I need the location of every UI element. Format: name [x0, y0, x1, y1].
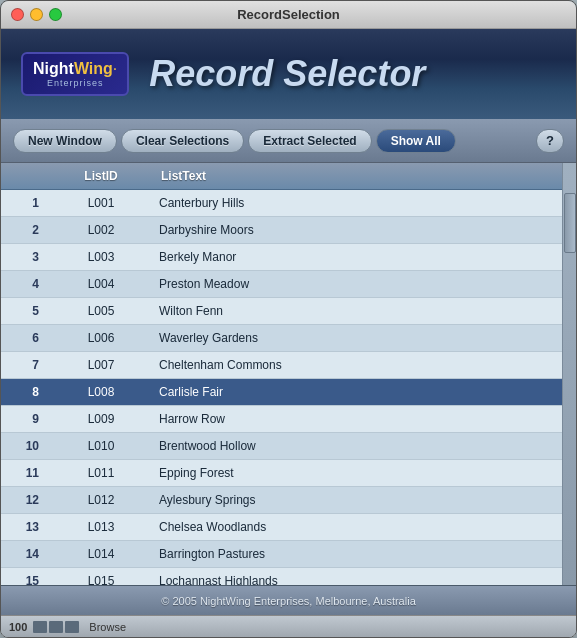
table-row[interactable]: 7L007Cheltenham Commons	[1, 352, 562, 379]
cell-row-num: 13	[1, 514, 51, 540]
table-row[interactable]: 5L005Wilton Fenn	[1, 298, 562, 325]
bottom-bar: 100 Browse	[1, 615, 576, 637]
table-row[interactable]: 2L002Darbyshire Moors	[1, 217, 562, 244]
cell-row-num: 5	[1, 298, 51, 324]
zoom-icon-1	[33, 621, 47, 633]
cell-list-id: L014	[51, 541, 151, 567]
app-window: RecordSelection Night Wing · Enterprises…	[0, 0, 577, 638]
table-row[interactable]: 11L011Epping Forest	[1, 460, 562, 487]
cell-list-text: Cheltenham Commons	[151, 352, 562, 378]
cell-list-id: L008	[51, 379, 151, 405]
table-row[interactable]: 13L013Chelsea Woodlands	[1, 514, 562, 541]
cell-list-text: Wilton Fenn	[151, 298, 562, 324]
table-row[interactable]: 15L015Lochannast Highlands	[1, 568, 562, 585]
content-area: ListID ListText 1L001Canterbury Hills2L0…	[1, 163, 576, 585]
logo-enterprises: Enterprises	[47, 78, 104, 88]
cell-list-text: Harrow Row	[151, 406, 562, 432]
zoom-icon-2	[49, 621, 63, 633]
window-title: RecordSelection	[237, 7, 340, 22]
browse-mode: Browse	[89, 621, 126, 633]
cell-row-num: 3	[1, 244, 51, 270]
cell-list-id: L006	[51, 325, 151, 351]
cell-list-text: Berkely Manor	[151, 244, 562, 270]
scrollbar-thumb[interactable]	[564, 193, 576, 253]
table-row[interactable]: 9L009Harrow Row	[1, 406, 562, 433]
extract-selected-button[interactable]: Extract Selected	[248, 129, 371, 153]
title-bar: RecordSelection	[1, 1, 576, 29]
cell-row-num: 11	[1, 460, 51, 486]
table-row[interactable]: 3L003Berkely Manor	[1, 244, 562, 271]
logo-wing: Wing	[74, 60, 113, 78]
clear-selections-button[interactable]: Clear Selections	[121, 129, 244, 153]
new-window-button[interactable]: New Window	[13, 129, 117, 153]
cell-list-text: Brentwood Hollow	[151, 433, 562, 459]
cell-list-id: L001	[51, 190, 151, 216]
cell-list-text: Lochannast Highlands	[151, 568, 562, 585]
cell-list-id: L010	[51, 433, 151, 459]
cell-list-id: L005	[51, 298, 151, 324]
cell-list-text: Canterbury Hills	[151, 190, 562, 216]
cell-list-id: L002	[51, 217, 151, 243]
cell-row-num: 15	[1, 568, 51, 585]
table-header: ListID ListText	[1, 163, 562, 190]
close-button[interactable]	[11, 8, 24, 21]
cell-row-num: 4	[1, 271, 51, 297]
cell-row-num: 8	[1, 379, 51, 405]
cell-list-id: L015	[51, 568, 151, 585]
window-controls	[11, 8, 62, 21]
cell-row-num: 6	[1, 325, 51, 351]
status-text: © 2005 NightWing Enterprises, Melbourne,…	[161, 595, 416, 607]
table-row[interactable]: 6L006Waverley Gardens	[1, 325, 562, 352]
cell-list-id: L011	[51, 460, 151, 486]
status-bar: © 2005 NightWing Enterprises, Melbourne,…	[1, 585, 576, 615]
table-row[interactable]: 4L004Preston Meadow	[1, 271, 562, 298]
cell-list-id: L004	[51, 271, 151, 297]
table-row[interactable]: 12L012Aylesbury Springs	[1, 487, 562, 514]
col-header-listid: ListID	[51, 169, 151, 183]
cell-row-num: 12	[1, 487, 51, 513]
cell-list-id: L007	[51, 352, 151, 378]
cell-row-num: 7	[1, 352, 51, 378]
main-content: ListID ListText 1L001Canterbury Hills2L0…	[1, 163, 562, 585]
cell-row-num: 2	[1, 217, 51, 243]
cell-row-num: 1	[1, 190, 51, 216]
col-header-num	[1, 169, 51, 183]
table-row[interactable]: 10L010Brentwood Hollow	[1, 433, 562, 460]
toolbar: New Window Clear Selections Extract Sele…	[1, 119, 576, 163]
cell-list-id: L012	[51, 487, 151, 513]
help-button[interactable]: ?	[536, 129, 564, 153]
table-row[interactable]: 8L008Carlisle Fair	[1, 379, 562, 406]
cell-row-num: 10	[1, 433, 51, 459]
app-title: Record Selector	[149, 53, 425, 95]
zoom-level: 100	[9, 621, 27, 633]
scrollbar-track[interactable]	[563, 163, 576, 585]
cell-list-text: Carlisle Fair	[151, 379, 562, 405]
table-row[interactable]: 1L001Canterbury Hills	[1, 190, 562, 217]
logo: Night Wing · Enterprises	[21, 52, 129, 96]
logo-dot: ·	[113, 60, 117, 78]
cell-list-text: Barrington Pastures	[151, 541, 562, 567]
cell-list-text: Aylesbury Springs	[151, 487, 562, 513]
logo-night: Night	[33, 60, 74, 78]
maximize-button[interactable]	[49, 8, 62, 21]
show-all-button[interactable]: Show All	[376, 129, 456, 153]
cell-row-num: 9	[1, 406, 51, 432]
cell-list-text: Darbyshire Moors	[151, 217, 562, 243]
cell-list-id: L009	[51, 406, 151, 432]
minimize-button[interactable]	[30, 8, 43, 21]
cell-list-id: L003	[51, 244, 151, 270]
zoom-icon-3	[65, 621, 79, 633]
col-header-listtext: ListText	[151, 169, 562, 183]
cell-list-text: Preston Meadow	[151, 271, 562, 297]
header-area: Night Wing · Enterprises Record Selector	[1, 29, 576, 119]
scrollbar[interactable]	[562, 163, 576, 585]
table-row[interactable]: 14L014Barrington Pastures	[1, 541, 562, 568]
zoom-icons	[33, 621, 79, 633]
table-body: 1L001Canterbury Hills2L002Darbyshire Moo…	[1, 190, 562, 585]
cell-row-num: 14	[1, 541, 51, 567]
cell-list-text: Waverley Gardens	[151, 325, 562, 351]
cell-list-text: Epping Forest	[151, 460, 562, 486]
cell-list-text: Chelsea Woodlands	[151, 514, 562, 540]
cell-list-id: L013	[51, 514, 151, 540]
